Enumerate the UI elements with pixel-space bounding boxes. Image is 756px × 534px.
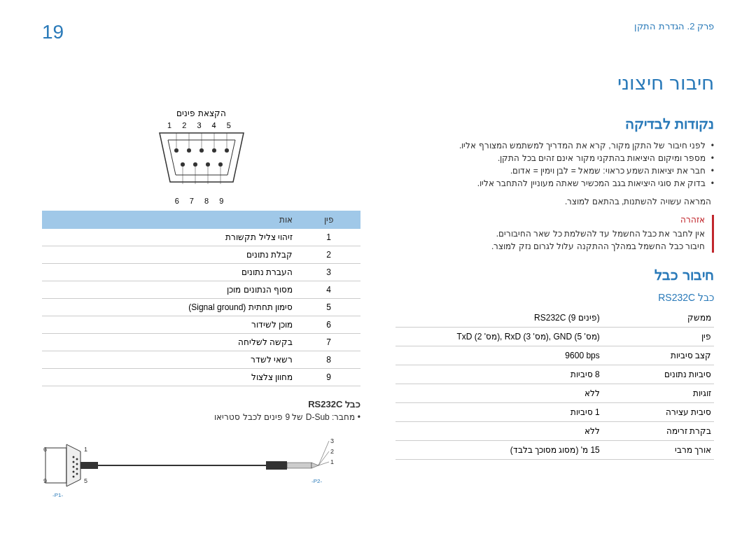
svg-point-2 [174,148,178,153]
spec-table: ממשקRS232C (9 פינים) פיןTxD (מס' 2), RxD… [396,309,714,460]
svg-line-41 [318,441,329,465]
pin-assignment-title: הקצאת פינים [42,108,360,118]
svg-point-22 [73,456,75,458]
page-number: 19 [42,21,64,43]
table-row: 8רשאי לשדר [42,351,360,369]
cable-title: כבל RS232C [42,399,360,409]
svg-rect-38 [266,461,287,470]
svg-marker-40 [312,463,318,468]
svg-text:2: 2 [330,448,334,455]
table-row: בקרת זרימהללא [396,422,714,441]
main-title: חיבור חיצוני [42,71,714,94]
table-row: 3העברת נתונים [42,264,360,281]
table-row: 4מסוף הנתונים מוכן [42,281,360,299]
cable-desc: מחבר: D-Sub של 9 פינים לכבל סטריאו [42,412,360,422]
table-row: 1זיהוי צליל תקשורת [42,229,360,246]
svg-rect-39 [287,463,312,468]
table-row: 2קבלת נתונים [42,246,360,264]
cable-diagram: 1 5 6 9 -P1- [42,430,360,503]
table-row: אורך מרבי15 מ' (מסוג מסוכך בלבד) [396,441,714,460]
checkpoints-title: נקודות לבדיקה [396,115,714,132]
svg-text:6: 6 [43,446,47,453]
svg-point-23 [73,461,75,463]
svg-rect-36 [80,462,98,469]
svg-point-24 [73,466,75,468]
svg-point-28 [76,463,78,465]
checkpoints-list: לפני חיבור של התקן מקור, קרא את המדריך ל… [396,141,714,188]
svg-point-7 [181,162,185,167]
svg-text:-P1-: -P1- [52,492,63,498]
warning-text: חיבור כבל החשמל במהלך ההתקנה עלול לגרום … [396,240,705,253]
table-row: פיןTxD (מס' 2), RxD (מס' 3), GND (מס' 5) [396,328,714,346]
list-item: חבר את יציאות השמע כראוי: שמאל = לבן וימ… [396,166,714,176]
svg-rect-20 [46,448,66,483]
pin-bottom-numbers: 6 7 8 9 [42,197,360,205]
svg-text:1: 1 [330,458,334,465]
svg-point-26 [73,476,75,478]
svg-text:1: 1 [84,446,88,453]
note-text: המראה עשויה להשתנות, בהתאם למוצר. [396,197,714,206]
list-item: מספר ומיקום היציאות בהתקני מקור אינם זהי… [396,153,714,163]
rs232c-sub: כבל RS232C [396,292,714,303]
table-row: ממשקRS232C (9 פינים) [396,309,714,328]
svg-text:-P2-: -P2- [312,478,322,484]
svg-point-6 [225,148,229,153]
svg-text:5: 5 [84,477,88,484]
pin-top-numbers: 1 2 3 4 5 [42,121,360,129]
svg-marker-21 [66,444,80,486]
svg-line-43 [318,462,329,465]
connector-diagram [42,129,360,188]
warning-text: אין לחבר את כבל החשמל עד להשלמת כל שאר ה… [396,227,705,240]
svg-text:3: 3 [330,437,334,444]
svg-point-10 [218,162,223,167]
pin-table: פיןאות 1זיהוי צליל תקשורת 2קבלת נתונים 3… [42,211,360,386]
svg-point-27 [76,458,78,461]
list-item: בדוק את סוגי היציאות בגב המכשיר שאתה מעו… [396,178,714,188]
table-row: סיבית עצירה1 סיביות [396,403,714,422]
svg-point-25 [73,471,75,473]
svg-point-4 [200,148,204,153]
svg-point-29 [76,468,78,470]
svg-text:9: 9 [43,477,47,484]
svg-point-8 [193,162,197,167]
table-row: 7בקשה לשליחה [42,334,360,351]
svg-point-9 [206,162,210,167]
table-row: סיביות נתונים8 סיביות [396,365,714,384]
table-row: קצב סיביות9600 bps [396,346,714,365]
table-row: זוגיותללא [396,384,714,403]
svg-point-5 [212,148,216,153]
warning-title: אזהרה [396,215,705,225]
table-row: 5סימון תחתית (Signal ground) [42,299,360,316]
cable-connection-title: חיבור כבל [396,267,714,283]
chapter-label: פרק 2. הגדרת התקן [634,21,714,31]
svg-point-30 [76,473,78,475]
table-row: 6מוכן לשידור [42,316,360,334]
list-item: לפני חיבור של התקן מקור, קרא את המדריך ל… [396,141,714,150]
svg-point-3 [187,148,191,153]
table-row: 9מחוון צלצול [42,369,360,386]
warning-box: אזהרה אין לחבר את כבל החשמל עד להשלמת כל… [396,215,714,253]
